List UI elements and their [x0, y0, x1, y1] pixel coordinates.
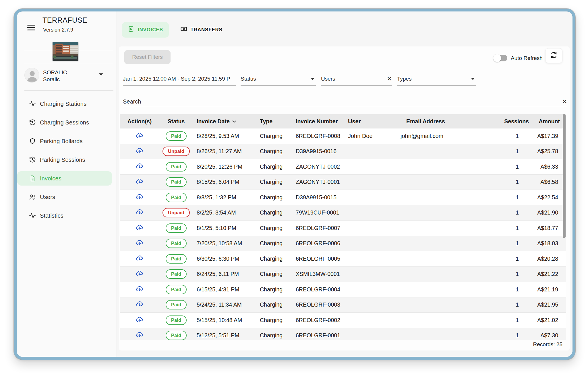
table-row: Paid 8/8/25, 1:32 PM Charging D39A9915-0… [120, 190, 566, 205]
download-invoice-icon[interactable] [136, 316, 144, 323]
type-cell: Charging [257, 179, 293, 185]
table-scrollbar[interactable] [563, 114, 566, 238]
sidebar-item-invoices[interactable]: Invoices [17, 171, 112, 186]
amount-cell: A$21.02 [535, 317, 566, 324]
sidebar-item-label: Statistics [40, 213, 63, 219]
avatar [24, 68, 39, 83]
sidebar-item-parking-bollards[interactable]: Parking Bollards [17, 134, 112, 148]
status-badge: Paid [166, 162, 187, 172]
amount-cell: A$25.78 [535, 148, 566, 155]
actions-cell [120, 147, 159, 155]
chevron-down-icon [99, 73, 103, 76]
column-header-invoice-number[interactable]: Invoice Number [293, 118, 345, 125]
table-row: Paid 6/24/25, 6:11 PM Charging XSMIL3MW-… [120, 267, 566, 282]
status-cell: Paid [159, 193, 193, 202]
download-invoice-icon[interactable] [136, 193, 144, 200]
hamburger-menu-icon[interactable] [27, 25, 35, 30]
type-cell: Charging [257, 286, 293, 293]
type-cell: Charging [257, 209, 293, 216]
types-filter[interactable]: Types [397, 75, 476, 85]
clear-users-icon[interactable]: ✕ [387, 76, 392, 82]
refresh-icon [550, 51, 558, 60]
download-invoice-icon[interactable] [136, 270, 144, 277]
amount-cell: A$18.03 [535, 240, 566, 247]
amount-cell: A$6.58 [535, 179, 566, 185]
invoice-number-cell: 6REOLGRF-0001 [293, 332, 345, 339]
date-range-value: Jan 1, 2025 12:00 AM - Sep 2, 2025 11:59… [123, 76, 230, 82]
download-invoice-icon[interactable] [136, 178, 144, 185]
tab-bar: INVOICES TRANSFERS [122, 22, 228, 38]
tab-transfers[interactable]: TRANSFERS [175, 22, 228, 38]
status-cell: Paid [159, 315, 193, 325]
invoice-number-cell: XSMIL3MW-0001 [293, 271, 345, 277]
reset-filters-button[interactable]: Reset Filters [124, 50, 171, 64]
sidebar-item-charging-sessions[interactable]: Charging Sessions [17, 115, 112, 130]
type-cell: Charging [257, 194, 293, 201]
chevron-down-icon[interactable] [471, 78, 475, 80]
invoice-date-cell: 8/15/25, 6:04 PM [193, 179, 257, 185]
invoice-date-cell: 6/15/25, 4:31 PM [193, 286, 257, 293]
type-cell: Charging [257, 225, 293, 231]
invoice-date-cell: 6/24/25, 6:11 PM [193, 271, 257, 277]
column-header-status[interactable]: Status [159, 118, 193, 125]
sessions-cell: 1 [482, 163, 535, 170]
type-cell: Charging [257, 148, 293, 155]
actions-cell [120, 193, 159, 202]
status-badge: Paid [166, 300, 187, 309]
download-invoice-icon[interactable] [136, 239, 144, 246]
sessions-cell: 1 [482, 225, 535, 231]
download-invoice-icon[interactable] [136, 163, 144, 170]
status-cell: Paid [159, 300, 193, 309]
column-header-actions[interactable]: Action(s) [120, 118, 159, 125]
sidebar-item-parking-sessions[interactable]: Parking Sessions [17, 153, 112, 167]
invoice-number-cell: ZAGONYTJ-0002 [293, 163, 345, 170]
date-range-filter[interactable]: Jan 1, 2025 12:00 AM - Sep 2, 2025 11:59… [123, 75, 236, 85]
clear-search-icon[interactable]: ✕ [562, 98, 567, 104]
status-badge: Paid [166, 177, 187, 187]
sessions-cell: 1 [482, 240, 535, 247]
download-invoice-icon[interactable] [136, 209, 144, 215]
shield-icon [29, 137, 36, 145]
invoice-date-cell: 5/24/25, 11:34 AM [193, 301, 257, 308]
search-input[interactable] [123, 98, 548, 105]
refresh-button[interactable] [545, 48, 562, 63]
table-row: Paid 5/24/25, 11:34 AM Charging 6REOLGRF… [120, 297, 566, 313]
sidebar-item-charging-stations[interactable]: Charging Stations [17, 97, 112, 111]
sidebar-item-users[interactable]: Users [17, 190, 112, 204]
table-row: Paid 7/20/25, 10:58 AM Charging 6REOLGRF… [120, 236, 566, 252]
sidebar-item-statistics[interactable]: Statistics [17, 209, 112, 223]
download-invoice-icon[interactable] [136, 132, 144, 139]
sidebar-item-label: Charging Stations [40, 101, 86, 107]
column-header-type[interactable]: Type [257, 118, 293, 125]
download-invoice-icon[interactable] [136, 224, 144, 231]
sessions-cell: 1 [482, 286, 535, 293]
users-filter[interactable]: Users ✕ [321, 75, 392, 85]
type-cell: Charging [257, 332, 293, 339]
invoice-number-cell: 6REOLGRF-0003 [293, 301, 345, 308]
profile-selector[interactable]: SORALIC Soralic [24, 68, 111, 84]
amount-cell: A$18.77 [535, 225, 566, 231]
tab-label: TRANSFERS [191, 27, 223, 33]
column-header-email[interactable]: Email Address [399, 118, 482, 125]
sessions-cell: 1 [482, 301, 535, 308]
column-header-amount[interactable]: Amount [535, 118, 566, 125]
chevron-down-icon[interactable] [311, 78, 315, 80]
sidebar-item-label: Charging Sessions [40, 119, 89, 126]
download-invoice-icon[interactable] [136, 147, 144, 154]
receipt-dollar-icon [128, 26, 134, 34]
profile-org: SORALIC [43, 69, 67, 76]
auto-refresh-toggle[interactable] [494, 54, 507, 62]
download-invoice-icon[interactable] [136, 301, 144, 307]
download-invoice-icon[interactable] [136, 331, 144, 338]
download-invoice-icon[interactable] [136, 285, 144, 292]
actions-cell [120, 163, 159, 171]
table-row: Paid 6/30/25, 6:30 PM Charging 6REOLGRF-… [120, 251, 566, 267]
column-header-sessions[interactable]: Sessions [482, 118, 535, 125]
invoice-date-cell: 8/2/25, 3:54 AM [193, 209, 257, 216]
download-invoice-icon[interactable] [136, 255, 144, 262]
status-filter[interactable]: Status [241, 75, 316, 85]
column-header-invoice-date[interactable]: Invoice Date [193, 118, 257, 125]
divider [24, 64, 113, 64]
tab-invoices[interactable]: INVOICES [122, 22, 169, 38]
column-header-user[interactable]: User [345, 118, 399, 125]
